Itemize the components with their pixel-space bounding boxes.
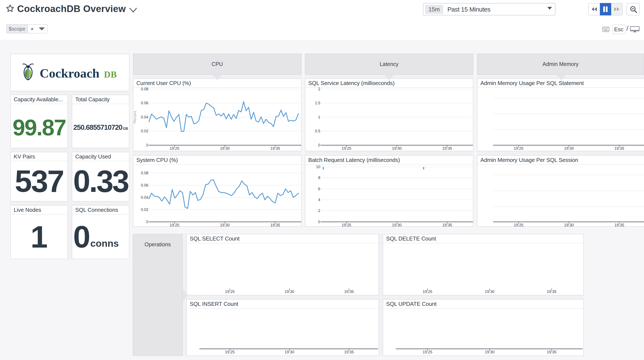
svg-text:0: 0 — [146, 143, 148, 147]
svg-text:DB: DB — [104, 70, 117, 79]
svg-text:19:30: 19:30 — [564, 146, 574, 151]
svg-text:0.04: 0.04 — [141, 115, 148, 119]
svg-text:19:30: 19:30 — [564, 223, 574, 226]
svg-text:19:30: 19:30 — [392, 146, 402, 151]
svg-text:Cockroach: Cockroach — [40, 66, 100, 80]
svg-text:2: 2 — [318, 87, 320, 91]
svg-text:0.04: 0.04 — [141, 195, 148, 200]
svg-text:19:35: 19:35 — [614, 223, 624, 226]
svg-text:19:25: 19:25 — [342, 146, 351, 151]
svg-text:19:25: 19:25 — [514, 223, 523, 226]
svg-text:19:35: 19:35 — [547, 290, 556, 294]
svg-text:19:30: 19:30 — [220, 146, 230, 151]
svg-text:0: 0 — [318, 220, 320, 224]
svg-text:19:35: 19:35 — [344, 350, 354, 354]
svg-text:0.5: 0.5 — [315, 129, 320, 133]
svg-text:19:35: 19:35 — [270, 146, 280, 151]
svg-text:10: 10 — [316, 165, 320, 169]
svg-text:0.06: 0.06 — [141, 101, 148, 105]
svg-text:0.02: 0.02 — [141, 208, 148, 212]
svg-text:0: 0 — [318, 143, 320, 147]
svg-text:1.5: 1.5 — [315, 101, 320, 105]
svg-text:19:35: 19:35 — [614, 146, 624, 151]
svg-text:19:25: 19:25 — [225, 290, 234, 294]
svg-text:19:35: 19:35 — [442, 146, 452, 151]
svg-text:19:25: 19:25 — [422, 350, 432, 354]
svg-text:19:35: 19:35 — [547, 350, 556, 354]
svg-text:19:30: 19:30 — [284, 290, 294, 294]
svg-text:19:25: 19:25 — [170, 223, 179, 226]
svg-text:8: 8 — [318, 176, 320, 180]
svg-text:0.08: 0.08 — [141, 171, 148, 175]
svg-text:19:30: 19:30 — [284, 350, 294, 354]
svg-text:0.02: 0.02 — [141, 129, 148, 133]
svg-text:19:30: 19:30 — [220, 223, 230, 226]
svg-text:19:25: 19:25 — [422, 290, 432, 294]
svg-text:0: 0 — [146, 220, 148, 224]
svg-text:0.08: 0.08 — [141, 87, 148, 91]
svg-text:2: 2 — [318, 209, 320, 213]
svg-text:19:25: 19:25 — [225, 350, 234, 354]
svg-text:0.06: 0.06 — [141, 183, 148, 187]
svg-text:19:25: 19:25 — [170, 146, 179, 151]
svg-text:19:35: 19:35 — [442, 223, 452, 226]
svg-text:19:25: 19:25 — [514, 146, 523, 151]
svg-text:1: 1 — [318, 115, 320, 119]
svg-text:6: 6 — [318, 187, 320, 191]
svg-text:4: 4 — [318, 198, 320, 202]
svg-text:19:35: 19:35 — [270, 223, 280, 226]
svg-text:19:35: 19:35 — [344, 290, 354, 294]
svg-text:19:30: 19:30 — [485, 350, 494, 354]
svg-text:19:25: 19:25 — [342, 223, 351, 226]
svg-text:Percent: Percent — [133, 111, 137, 123]
svg-text:19:30: 19:30 — [392, 223, 402, 226]
svg-text:19:30: 19:30 — [485, 290, 494, 294]
